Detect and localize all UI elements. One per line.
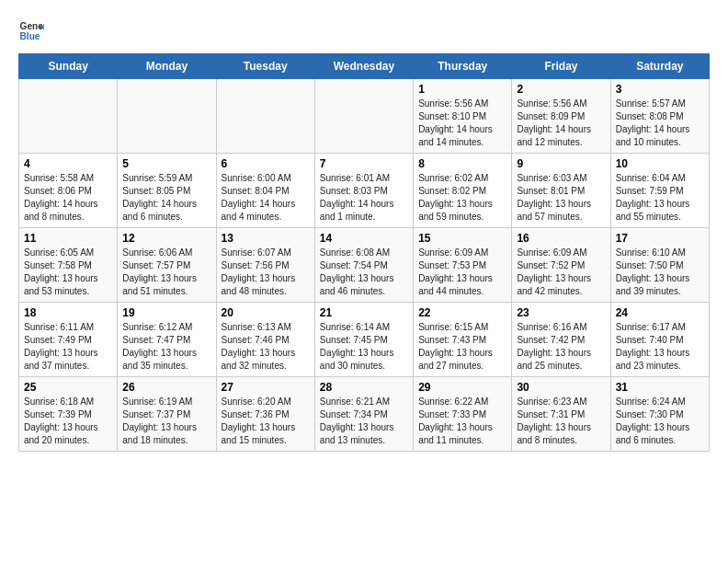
day-number: 29 [418, 381, 506, 394]
day-info: Sunrise: 6:22 AM Sunset: 7:33 PM Dayligh… [418, 396, 506, 447]
weekday-header: Tuesday [216, 54, 314, 79]
day-info: Sunrise: 6:17 AM Sunset: 7:40 PM Dayligh… [616, 321, 704, 373]
calendar-body: 1Sunrise: 5:56 AM Sunset: 8:10 PM Daylig… [19, 79, 710, 452]
calendar-cell: 5Sunrise: 5:59 AM Sunset: 8:05 PM Daylig… [118, 154, 216, 228]
calendar-cell: 27Sunrise: 6:20 AM Sunset: 7:36 PM Dayli… [216, 377, 314, 452]
calendar-cell: 6Sunrise: 6:00 AM Sunset: 8:04 PM Daylig… [216, 154, 314, 228]
weekday-header-row: SundayMondayTuesdayWednesdayThursdayFrid… [19, 54, 710, 79]
day-number: 26 [122, 381, 210, 394]
logo-icon: General Blue [18, 18, 44, 44]
day-info: Sunrise: 6:01 AM Sunset: 8:03 PM Dayligh… [320, 172, 408, 224]
calendar-cell: 12Sunrise: 6:06 AM Sunset: 7:57 PM Dayli… [118, 228, 216, 303]
day-number: 3 [616, 83, 704, 96]
day-info: Sunrise: 6:09 AM Sunset: 7:53 PM Dayligh… [418, 247, 506, 298]
calendar-cell: 10Sunrise: 6:04 AM Sunset: 7:59 PM Dayli… [610, 154, 709, 228]
calendar-cell: 2Sunrise: 5:56 AM Sunset: 8:09 PM Daylig… [512, 79, 610, 154]
day-info: Sunrise: 6:10 AM Sunset: 7:50 PM Dayligh… [616, 247, 704, 298]
day-info: Sunrise: 5:56 AM Sunset: 8:09 PM Dayligh… [517, 98, 605, 149]
day-number: 17 [616, 232, 704, 245]
svg-text:Blue: Blue [20, 31, 40, 41]
calendar-week-row: 4Sunrise: 5:58 AM Sunset: 8:06 PM Daylig… [19, 154, 710, 228]
logo: General Blue [18, 18, 48, 44]
day-info: Sunrise: 6:21 AM Sunset: 7:34 PM Dayligh… [320, 396, 408, 447]
weekday-header: Sunday [19, 54, 118, 79]
calendar-cell: 11Sunrise: 6:05 AM Sunset: 7:58 PM Dayli… [19, 228, 118, 303]
day-info: Sunrise: 6:04 AM Sunset: 7:59 PM Dayligh… [616, 172, 704, 224]
calendar-cell: 1Sunrise: 5:56 AM Sunset: 8:10 PM Daylig… [414, 79, 512, 154]
day-info: Sunrise: 6:13 AM Sunset: 7:46 PM Dayligh… [222, 321, 310, 373]
page-header: General Blue [18, 18, 710, 44]
day-number: 30 [517, 381, 605, 394]
day-number: 31 [616, 381, 704, 394]
weekday-header: Friday [512, 54, 610, 79]
weekday-header: Saturday [610, 54, 709, 79]
calendar-cell: 26Sunrise: 6:19 AM Sunset: 7:37 PM Dayli… [118, 377, 216, 452]
calendar-cell: 4Sunrise: 5:58 AM Sunset: 8:06 PM Daylig… [19, 154, 118, 228]
calendar-cell: 17Sunrise: 6:10 AM Sunset: 7:50 PM Dayli… [610, 228, 709, 303]
calendar-cell: 3Sunrise: 5:57 AM Sunset: 8:08 PM Daylig… [610, 79, 709, 154]
day-info: Sunrise: 6:12 AM Sunset: 7:47 PM Dayligh… [122, 321, 210, 373]
day-number: 28 [320, 381, 408, 394]
weekday-header: Monday [118, 54, 216, 79]
day-number: 7 [320, 157, 408, 170]
day-number: 11 [24, 232, 112, 245]
calendar-cell: 15Sunrise: 6:09 AM Sunset: 7:53 PM Dayli… [414, 228, 512, 303]
day-info: Sunrise: 6:07 AM Sunset: 7:56 PM Dayligh… [222, 247, 310, 298]
calendar-week-row: 11Sunrise: 6:05 AM Sunset: 7:58 PM Dayli… [19, 228, 710, 303]
calendar-cell: 13Sunrise: 6:07 AM Sunset: 7:56 PM Dayli… [216, 228, 314, 303]
day-info: Sunrise: 6:02 AM Sunset: 8:02 PM Dayligh… [418, 172, 506, 224]
calendar-cell: 9Sunrise: 6:03 AM Sunset: 8:01 PM Daylig… [512, 154, 610, 228]
calendar-header: SundayMondayTuesdayWednesdayThursdayFrid… [19, 54, 710, 79]
day-number: 4 [24, 157, 112, 170]
calendar-cell: 23Sunrise: 6:16 AM Sunset: 7:42 PM Dayli… [512, 303, 610, 377]
day-info: Sunrise: 6:11 AM Sunset: 7:49 PM Dayligh… [24, 321, 112, 373]
day-info: Sunrise: 6:19 AM Sunset: 7:37 PM Dayligh… [122, 396, 210, 447]
day-info: Sunrise: 6:06 AM Sunset: 7:57 PM Dayligh… [122, 247, 210, 298]
day-info: Sunrise: 6:24 AM Sunset: 7:30 PM Dayligh… [616, 396, 704, 447]
calendar-cell: 7Sunrise: 6:01 AM Sunset: 8:03 PM Daylig… [314, 154, 413, 228]
day-info: Sunrise: 6:18 AM Sunset: 7:39 PM Dayligh… [24, 396, 112, 447]
day-number: 23 [517, 306, 605, 319]
day-info: Sunrise: 6:14 AM Sunset: 7:45 PM Dayligh… [320, 321, 408, 373]
day-number: 2 [517, 83, 605, 96]
calendar-cell: 30Sunrise: 6:23 AM Sunset: 7:31 PM Dayli… [512, 377, 610, 452]
day-number: 20 [222, 306, 310, 319]
day-info: Sunrise: 6:08 AM Sunset: 7:54 PM Dayligh… [320, 247, 408, 298]
calendar-cell: 16Sunrise: 6:09 AM Sunset: 7:52 PM Dayli… [512, 228, 610, 303]
day-number: 24 [616, 306, 704, 319]
calendar-cell [314, 79, 413, 154]
calendar-cell: 25Sunrise: 6:18 AM Sunset: 7:39 PM Dayli… [19, 377, 118, 452]
day-info: Sunrise: 6:15 AM Sunset: 7:43 PM Dayligh… [418, 321, 506, 373]
calendar-cell: 19Sunrise: 6:12 AM Sunset: 7:47 PM Dayli… [118, 303, 216, 377]
calendar-week-row: 25Sunrise: 6:18 AM Sunset: 7:39 PM Dayli… [19, 377, 710, 452]
calendar-cell: 22Sunrise: 6:15 AM Sunset: 7:43 PM Dayli… [414, 303, 512, 377]
day-info: Sunrise: 5:56 AM Sunset: 8:10 PM Dayligh… [418, 98, 506, 149]
day-number: 18 [24, 306, 112, 319]
day-number: 1 [418, 83, 506, 96]
calendar-cell [216, 79, 314, 154]
day-info: Sunrise: 5:58 AM Sunset: 8:06 PM Dayligh… [24, 172, 112, 224]
day-number: 16 [517, 232, 605, 245]
calendar-week-row: 18Sunrise: 6:11 AM Sunset: 7:49 PM Dayli… [19, 303, 710, 377]
day-number: 8 [418, 157, 506, 170]
day-info: Sunrise: 6:23 AM Sunset: 7:31 PM Dayligh… [517, 396, 605, 447]
day-info: Sunrise: 5:59 AM Sunset: 8:05 PM Dayligh… [122, 172, 210, 224]
day-number: 14 [320, 232, 408, 245]
day-number: 5 [122, 157, 210, 170]
calendar-cell: 18Sunrise: 6:11 AM Sunset: 7:49 PM Dayli… [19, 303, 118, 377]
calendar-cell: 14Sunrise: 6:08 AM Sunset: 7:54 PM Dayli… [314, 228, 413, 303]
day-info: Sunrise: 5:57 AM Sunset: 8:08 PM Dayligh… [616, 98, 704, 149]
day-number: 25 [24, 381, 112, 394]
calendar-cell: 29Sunrise: 6:22 AM Sunset: 7:33 PM Dayli… [414, 377, 512, 452]
calendar-cell: 31Sunrise: 6:24 AM Sunset: 7:30 PM Dayli… [610, 377, 709, 452]
calendar-cell [118, 79, 216, 154]
day-number: 9 [517, 157, 605, 170]
day-info: Sunrise: 6:09 AM Sunset: 7:52 PM Dayligh… [517, 247, 605, 298]
day-number: 21 [320, 306, 408, 319]
day-number: 12 [122, 232, 210, 245]
calendar-table: SundayMondayTuesdayWednesdayThursdayFrid… [18, 53, 710, 452]
day-number: 19 [122, 306, 210, 319]
calendar-cell: 21Sunrise: 6:14 AM Sunset: 7:45 PM Dayli… [314, 303, 413, 377]
calendar-cell: 8Sunrise: 6:02 AM Sunset: 8:02 PM Daylig… [414, 154, 512, 228]
day-number: 6 [222, 157, 310, 170]
